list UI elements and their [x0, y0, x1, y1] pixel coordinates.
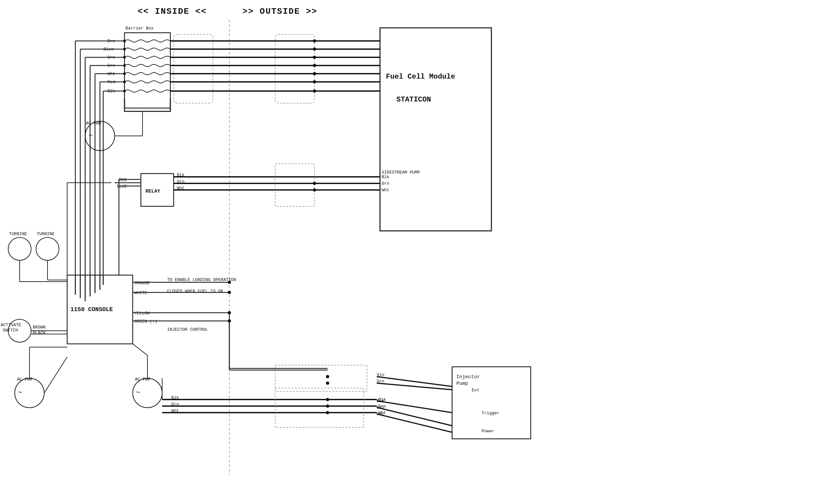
- svg-text:AC PWR: AC PWR: [17, 377, 32, 382]
- svg-text:~: ~: [136, 389, 140, 397]
- svg-rect-7: [124, 33, 170, 108]
- svg-line-107: [44, 357, 67, 393]
- svg-text:~: ~: [18, 389, 22, 397]
- svg-rect-3: [380, 28, 492, 231]
- svg-text:>> OUTSIDE >>: >> OUTSIDE >>: [242, 7, 317, 16]
- svg-line-156: [377, 401, 452, 413]
- svg-text:AC PWR: AC PWR: [86, 121, 101, 126]
- svg-text:Trigger: Trigger: [482, 411, 500, 416]
- svg-text:AC PWR: AC PWR: [135, 377, 150, 382]
- svg-point-34: [313, 56, 316, 59]
- svg-point-38: [313, 89, 316, 93]
- svg-point-159: [326, 375, 329, 378]
- svg-text:BLACK: BLACK: [33, 330, 46, 335]
- svg-point-32: [313, 39, 316, 43]
- svg-rect-23: [174, 34, 213, 103]
- svg-text:YELLOW: YELLOW: [134, 311, 150, 316]
- svg-text:SWITCH: SWITCH: [3, 328, 18, 333]
- svg-point-137: [326, 404, 329, 408]
- svg-line-155: [377, 383, 452, 390]
- svg-point-160: [326, 382, 329, 385]
- svg-rect-75: [275, 164, 314, 206]
- svg-text:Blk: Blk: [381, 175, 389, 179]
- svg-rect-139: [275, 388, 363, 427]
- svg-text:1150 CONSOLE: 1150 CONSOLE: [70, 306, 113, 313]
- wiring-diagram: << INSIDE << >> OUTSIDE >> Fuel Cell Mod…: [0, 0, 819, 504]
- svg-line-164: [133, 344, 147, 355]
- svg-point-37: [313, 80, 316, 84]
- svg-text:ORANGE: ORANGE: [134, 281, 150, 286]
- svg-text:~: ~: [88, 132, 93, 140]
- svg-text:<< INSIDE <<: << INSIDE <<: [138, 7, 207, 16]
- svg-text:Barrier Box: Barrier Box: [125, 26, 154, 31]
- svg-text:SIDESTREAM PUMP: SIDESTREAM PUMP: [381, 170, 420, 175]
- svg-line-154: [377, 377, 452, 386]
- svg-point-136: [326, 398, 329, 401]
- svg-text:TURBINE: TURBINE: [9, 232, 27, 236]
- svg-point-138: [326, 411, 329, 414]
- svg-point-77: [313, 188, 316, 192]
- svg-text:ACTIVATE: ACTIVATE: [1, 323, 21, 327]
- svg-point-33: [313, 47, 316, 51]
- svg-text:Ext: Ext: [472, 388, 479, 393]
- svg-rect-161: [275, 365, 367, 391]
- svg-text:Power: Power: [482, 429, 494, 434]
- svg-text:TURBINE: TURBINE: [37, 232, 55, 236]
- svg-text:CLOSED WHEN FUEL IS OK: CLOSED WHEN FUEL IS OK: [167, 289, 223, 294]
- svg-text:Wht: Wht: [381, 188, 389, 193]
- svg-text:STATICON: STATICON: [396, 96, 431, 104]
- svg-text:BLUE: BLUE: [117, 184, 127, 189]
- svg-text:RELAY: RELAY: [145, 189, 160, 194]
- svg-point-88: [36, 237, 59, 260]
- svg-text:RED: RED: [119, 177, 127, 182]
- svg-point-36: [313, 72, 316, 75]
- svg-text:Fuel Cell Module: Fuel Cell Module: [386, 73, 455, 81]
- svg-text:Pump: Pump: [456, 381, 468, 386]
- svg-text:TO ENABLE LOADING OPERATION: TO ENABLE LOADING OPERATION: [167, 277, 236, 282]
- svg-point-87: [8, 237, 31, 260]
- svg-point-76: [313, 182, 316, 185]
- svg-point-113: [228, 291, 231, 294]
- svg-text:INJECTOR CONTROL: INJECTOR CONTROL: [167, 327, 208, 332]
- svg-text:WHITE: WHITE: [134, 290, 147, 295]
- svg-text:Grn: Grn: [381, 181, 389, 186]
- svg-text:BROWN: BROWN: [33, 325, 46, 330]
- svg-rect-24: [275, 34, 314, 103]
- svg-text:GREEN (+): GREEN (+): [134, 319, 157, 324]
- svg-point-35: [313, 64, 316, 67]
- svg-text:Injector: Injector: [456, 374, 480, 380]
